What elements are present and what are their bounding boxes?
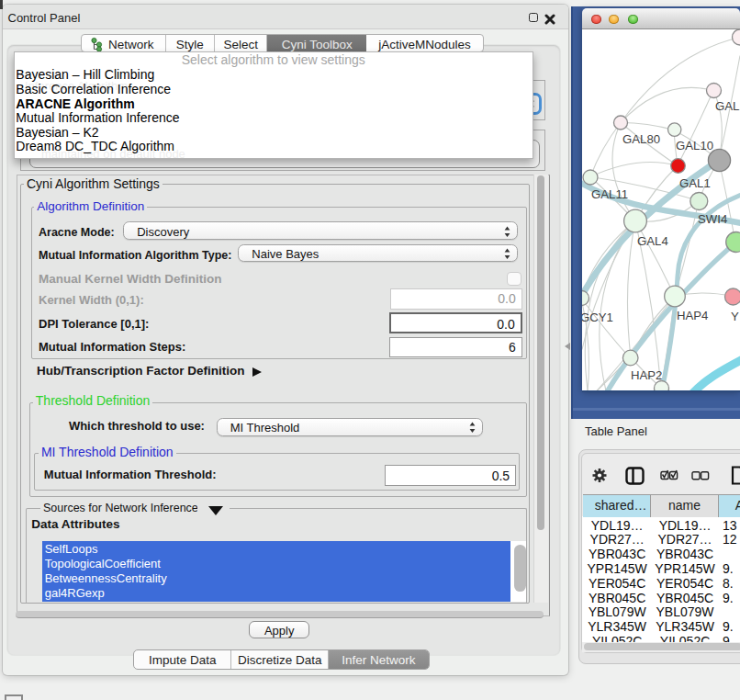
svg-text:HAP2: HAP2 <box>631 367 662 381</box>
svg-text:GAL2: GAL2 <box>715 98 740 112</box>
svg-text:HAP4: HAP4 <box>677 308 708 322</box>
svg-text:SWI4: SWI4 <box>698 211 727 225</box>
svg-text:GAL1: GAL1 <box>679 175 711 189</box>
svg-text:GAL10: GAL10 <box>676 138 713 152</box>
svg-text:GAL4: GAL4 <box>637 233 668 247</box>
svg-text:Y: Y <box>731 309 739 322</box>
svg-text:GAL11: GAL11 <box>591 186 628 200</box>
svg-text:GAL80: GAL80 <box>622 131 660 145</box>
svg-text:GCY1: GCY1 <box>582 310 613 323</box>
